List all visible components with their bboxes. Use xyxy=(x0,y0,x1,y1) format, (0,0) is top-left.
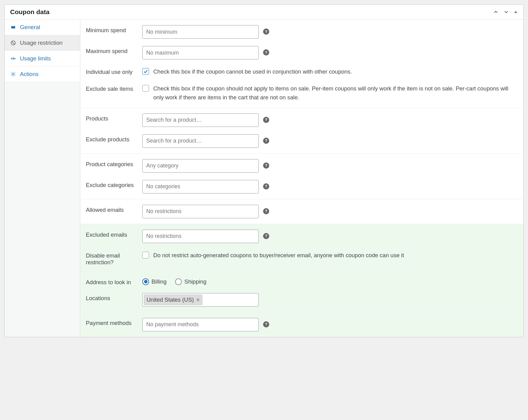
location-chip: United States (US) × xyxy=(144,295,202,305)
label-disable-email-restriction: Disable email restriction? xyxy=(86,250,139,266)
caret-up-icon[interactable] xyxy=(514,10,518,14)
tab-label: Usage limits xyxy=(20,55,51,62)
svg-line-2 xyxy=(12,41,15,44)
exclude-products-input[interactable] xyxy=(142,134,259,148)
products-input[interactable] xyxy=(142,113,259,127)
row-products: Products ? xyxy=(80,110,523,131)
label-excluded-emails: Excluded emails xyxy=(86,230,139,238)
row-exclude-products: Exclude products ? xyxy=(80,131,523,151)
radio-shipping-label: Shipping xyxy=(184,278,206,285)
panel-title: Coupon data xyxy=(10,8,49,16)
panel-controls xyxy=(493,9,518,15)
excluded-emails-input[interactable] xyxy=(142,230,259,243)
label-exclude-sale: Exclude sale items xyxy=(86,84,139,92)
row-locations: Locations United States (US) × xyxy=(80,289,523,310)
allowed-emails-input[interactable] xyxy=(142,205,259,218)
section-excluded-emails: Excluded emails ? Disable email restrict… xyxy=(80,224,523,272)
row-payment-methods: Payment methods ? xyxy=(80,314,523,335)
tab-general[interactable]: General xyxy=(5,20,80,35)
individual-use-description: Check this box if the coupon cannot be u… xyxy=(153,67,352,76)
row-maximum-spend: Maximum spend ? xyxy=(80,42,523,63)
gear-icon xyxy=(10,71,16,77)
chevron-up-icon[interactable] xyxy=(493,9,499,15)
coupon-data-panel: Coupon data General xyxy=(4,4,524,337)
help-icon[interactable]: ? xyxy=(263,117,269,123)
location-chip-label: United States (US) xyxy=(147,296,194,303)
row-disable-email-restriction: Disable email restriction? Do not restri… xyxy=(80,247,523,269)
tab-label: Actions xyxy=(20,71,39,78)
label-individual-use: Individual use only xyxy=(86,67,139,75)
label-product-categories: Product categories xyxy=(86,159,139,168)
label-address-to-look-in: Address to look in xyxy=(86,277,139,286)
exclude-sale-checkbox[interactable] xyxy=(142,85,149,92)
arrows-horizontal-icon xyxy=(10,55,16,62)
disable-email-restriction-checkbox[interactable] xyxy=(142,252,149,258)
label-exclude-categories: Exclude categories xyxy=(86,180,139,189)
sidebar: General Usage restriction Usage limits A… xyxy=(5,20,80,337)
tab-usage-limits[interactable]: Usage limits xyxy=(5,51,80,67)
svg-point-5 xyxy=(13,74,14,75)
label-payment-methods: Payment methods xyxy=(86,318,139,326)
label-exclude-products: Exclude products xyxy=(86,134,139,143)
label-allowed-emails: Allowed emails xyxy=(86,205,139,213)
section-allowed-emails: Allowed emails ? xyxy=(80,199,523,224)
row-exclude-categories: Exclude categories ? xyxy=(80,176,523,197)
panel-header: Coupon data xyxy=(5,5,523,20)
ticket-icon xyxy=(10,24,16,30)
minimum-spend-input[interactable] xyxy=(142,25,259,39)
help-icon[interactable]: ? xyxy=(263,208,269,214)
panel-body: General Usage restriction Usage limits A… xyxy=(5,20,523,337)
tab-label: General xyxy=(20,24,40,31)
label-maximum-spend: Maximum spend xyxy=(86,46,139,55)
help-icon[interactable]: ? xyxy=(263,321,269,327)
section-products: Products ? Exclude products ? xyxy=(80,108,523,154)
remove-chip-icon[interactable]: × xyxy=(196,296,200,303)
locations-select[interactable]: United States (US) × xyxy=(142,293,259,307)
help-icon[interactable]: ? xyxy=(263,138,269,144)
radio-shipping[interactable] xyxy=(175,278,182,285)
content: Minimum spend ? Maximum spend ? Individu… xyxy=(80,20,523,337)
help-icon[interactable]: ? xyxy=(263,49,269,55)
section-categories: Product categories ? Exclude categories … xyxy=(80,154,523,199)
row-product-categories: Product categories ? xyxy=(80,155,523,176)
individual-use-checkbox[interactable] xyxy=(142,68,149,75)
row-excluded-emails: Excluded emails ? xyxy=(80,226,523,247)
row-individual-use: Individual use only Check this box if th… xyxy=(80,63,523,80)
help-icon[interactable]: ? xyxy=(263,29,269,35)
tab-label: Usage restriction xyxy=(20,40,63,46)
tab-usage-restriction[interactable]: Usage restriction xyxy=(5,35,80,51)
help-icon[interactable]: ? xyxy=(263,162,269,169)
label-products: Products xyxy=(86,113,139,122)
exclude-sale-description: Check this box if the coupon should not … xyxy=(153,84,518,102)
payment-methods-input[interactable] xyxy=(142,318,259,331)
disable-email-restriction-description: Do not restrict auto-generated coupons t… xyxy=(153,250,404,260)
maximum-spend-input[interactable] xyxy=(142,46,259,59)
svg-marker-0 xyxy=(514,11,518,13)
chevron-down-icon[interactable] xyxy=(503,9,509,15)
ban-icon xyxy=(10,40,16,46)
exclude-categories-input[interactable] xyxy=(142,180,259,193)
tab-actions[interactable]: Actions xyxy=(5,67,80,82)
section-spend: Minimum spend ? Maximum spend ? Individu… xyxy=(80,20,523,108)
section-address-location: Address to look in Billing Shipping xyxy=(80,272,523,312)
help-icon[interactable]: ? xyxy=(263,233,269,239)
row-allowed-emails: Allowed emails ? xyxy=(80,201,523,222)
row-minimum-spend: Minimum spend ? xyxy=(80,21,523,42)
row-address-to-look-in: Address to look in Billing Shipping xyxy=(80,273,523,289)
product-categories-input[interactable] xyxy=(142,159,259,173)
section-payment-methods: Payment methods ? xyxy=(80,312,523,337)
row-exclude-sale: Exclude sale items Check this box if the… xyxy=(80,80,523,106)
help-icon[interactable]: ? xyxy=(263,183,269,189)
radio-billing-label: Billing xyxy=(151,278,166,285)
radio-billing[interactable] xyxy=(142,278,149,285)
label-minimum-spend: Minimum spend xyxy=(86,25,139,34)
label-locations: Locations xyxy=(86,293,139,302)
